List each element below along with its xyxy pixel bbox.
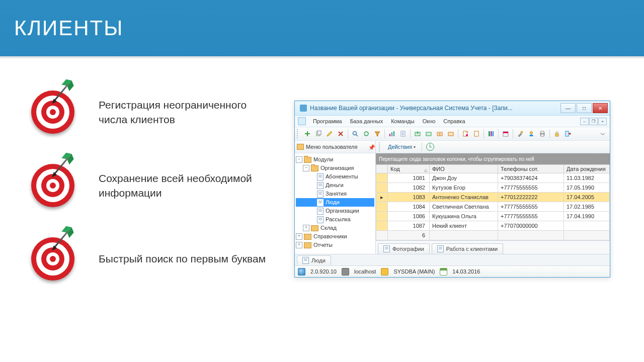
svg-rect-16 — [493, 131, 494, 136]
col-dob[interactable]: Дата рождения — [564, 165, 610, 173]
menubar: Программа База данных Команды Окно Справ… — [295, 116, 610, 127]
usermenu-label: Меню пользователя — [306, 144, 357, 150]
close-button[interactable]: ✕ — [593, 103, 608, 113]
filter-icon[interactable] — [372, 129, 382, 139]
mdi-restore-button[interactable]: ❐ — [589, 118, 598, 125]
status-user: SYSDBA (MAIN) — [393, 268, 435, 275]
detail-tabs: Фотографии Работа с клиентами — [376, 240, 610, 254]
col-rowhead[interactable] — [376, 165, 388, 173]
status-host: localhost — [354, 268, 376, 275]
document-icon — [302, 257, 309, 264]
tree-item-people[interactable]: Люди — [296, 198, 374, 207]
tree-item-money[interactable]: Деньги — [296, 181, 374, 190]
tree-item-lessons[interactable]: Занятия — [296, 190, 374, 198]
new-doc-icon[interactable] — [460, 129, 470, 139]
chart-icon[interactable] — [387, 129, 397, 139]
data-grid[interactable]: Код△ ФИО Телефоны сот. Дата рождения 108… — [376, 164, 610, 240]
table-row[interactable]: 1084Светличная Светлана+7777555555517.02… — [376, 202, 610, 212]
export-icon[interactable] — [413, 129, 423, 139]
tab-photos[interactable]: Фотографии — [378, 243, 430, 254]
minimize-button[interactable]: — — [560, 103, 576, 113]
tools-icon[interactable] — [515, 129, 525, 139]
col-fio[interactable]: ФИО — [430, 165, 498, 173]
bullet-text: Регистрация неограниченного числа клиент… — [99, 98, 268, 127]
copy-icon[interactable] — [313, 129, 324, 139]
svg-rect-10 — [448, 132, 453, 136]
tree-item-abon[interactable]: Абонементы — [296, 172, 374, 181]
bullet-text: Сохранение всей необходимой информации — [99, 171, 268, 201]
add-icon[interactable] — [302, 129, 312, 139]
pin-icon[interactable]: 📌 — [368, 144, 373, 149]
tree-sprav[interactable]: +Справочники — [296, 232, 374, 241]
tree-item-mail[interactable]: Рассылка — [296, 215, 374, 224]
col-code[interactable]: Код△ — [388, 165, 430, 173]
tree-org[interactable]: −Организация — [296, 164, 374, 172]
col-phone[interactable]: Телефоны сот. — [498, 165, 564, 173]
tree-reports[interactable]: +Отчеты — [296, 241, 374, 249]
user-icon — [381, 268, 388, 276]
document-icon — [383, 245, 390, 252]
svg-rect-24 — [555, 134, 558, 136]
refresh-icon[interactable] — [361, 129, 371, 139]
menu-program[interactable]: Программа — [309, 117, 346, 125]
tree-root[interactable]: −Модули — [296, 155, 374, 164]
row-count: 6 — [388, 231, 430, 240]
group-hint-bar[interactable]: Перетащите сюда заголовок колонки, чтобы… — [376, 153, 610, 164]
table-row[interactable]: 1082Кутузов Егор+7777555555517.05.1990 — [376, 183, 610, 193]
svg-rect-1 — [317, 131, 321, 135]
edit-icon[interactable] — [325, 129, 335, 139]
svg-rect-22 — [541, 131, 544, 133]
lock-icon[interactable] — [552, 129, 562, 139]
svg-point-12 — [466, 134, 468, 136]
status-date: 14.03.2016 — [452, 268, 480, 275]
bullet-item: Сохранение всей необходимой информации — [31, 164, 268, 207]
import-2-icon[interactable] — [446, 129, 456, 139]
svg-rect-13 — [474, 131, 478, 136]
print-icon[interactable] — [537, 129, 547, 139]
left-pane: Меню пользователя 📌 −Модули −Организация… — [295, 141, 376, 254]
titlebar[interactable]: Название Вашей организации - Универсальн… — [295, 101, 610, 116]
app-icon — [300, 105, 307, 112]
document-icon — [437, 245, 444, 252]
window-title: Название Вашей организации - Универсальн… — [310, 105, 560, 112]
status-version: 2.0.920.10 — [310, 268, 337, 275]
search-icon[interactable] — [350, 129, 360, 139]
menu-database[interactable]: База данных — [346, 117, 387, 125]
table-row[interactable]: 1086Кукушкина Ольга+7777555555517.04.199… — [376, 212, 610, 221]
new-doc-2-icon[interactable] — [471, 129, 481, 139]
clock-icon[interactable] — [426, 143, 434, 151]
actions-button[interactable]: Действия▾ — [386, 143, 418, 150]
calendar-icon — [440, 268, 447, 276]
svg-rect-5 — [393, 131, 394, 136]
mdi-minimize-button[interactable]: – — [580, 118, 589, 125]
menu-help[interactable]: Справка — [439, 117, 469, 125]
usermenu-bar[interactable]: Меню пользователя 📌 — [295, 141, 375, 153]
import-icon[interactable] — [435, 129, 445, 139]
menu-commands[interactable]: Команды — [387, 117, 419, 125]
maximize-button[interactable]: □ — [577, 103, 592, 113]
tab-work[interactable]: Работа с клиентами — [432, 243, 503, 254]
tree-sklad[interactable]: +Склад — [296, 224, 374, 232]
exit-icon[interactable] — [563, 129, 573, 139]
toolbar-handle[interactable] — [297, 129, 300, 138]
user-icon[interactable] — [526, 129, 536, 139]
menu-icon — [298, 117, 306, 125]
slide-title: КЛИЕНТЫ — [14, 16, 123, 40]
delete-icon[interactable] — [336, 129, 346, 139]
svg-rect-3 — [389, 134, 390, 136]
calendar-icon[interactable] — [501, 129, 511, 139]
table-row[interactable]: 1087Некий клиент+77070000000 — [376, 221, 610, 231]
doc-tab-people[interactable]: Люди — [297, 255, 331, 265]
table-row[interactable]: ▸1083Антоненко Станислав+7701222222217.0… — [376, 193, 610, 202]
target-icon — [31, 90, 74, 134]
toolbar-handle[interactable] — [379, 142, 382, 151]
mdi-close-button[interactable]: × — [598, 118, 607, 125]
menu-window[interactable]: Окно — [419, 117, 440, 125]
export-2-icon[interactable] — [424, 129, 434, 139]
table-row[interactable]: 1081Джон Доу+7903837462411.03.1982 — [376, 173, 610, 183]
main-toolbar — [295, 127, 610, 141]
report-icon[interactable] — [398, 129, 408, 139]
toolbar-overflow-icon[interactable] — [598, 129, 608, 139]
books-icon[interactable] — [486, 129, 496, 139]
tree-item-orgs[interactable]: Организации — [296, 207, 374, 215]
